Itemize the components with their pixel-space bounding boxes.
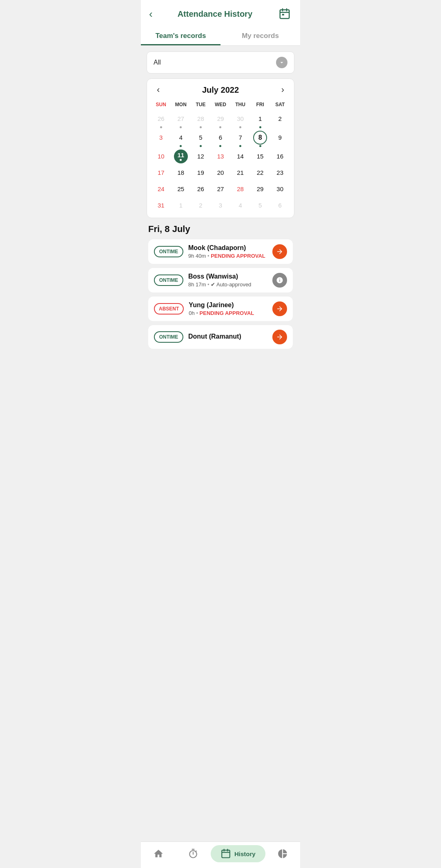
record-badge: ONTIME — [154, 274, 183, 286]
record-detail: 8h 17m • ✔ Auto-approved — [188, 281, 267, 288]
record-item[interactable]: ABSENTYung (Jarinee)0h • PENDING APPROVA… — [148, 297, 293, 321]
record-detail: 0h • PENDING APPROVAL — [189, 310, 267, 316]
tab-my-records[interactable]: My records — [220, 26, 300, 45]
day-header-sun: SUN — [151, 100, 171, 111]
calendar-cell[interactable]: 3 — [151, 129, 171, 148]
calendar-cell[interactable]: 8 — [250, 129, 270, 148]
day-header-mon: MON — [171, 100, 191, 111]
calendar-cell[interactable]: 31 — [151, 197, 171, 214]
filter-dropdown[interactable]: All — [147, 51, 294, 74]
day-header-wed: WED — [211, 100, 231, 111]
calendar-header-icon[interactable] — [277, 7, 292, 21]
calendar-cell[interactable]: 6 — [211, 129, 231, 148]
calendar-cell[interactable]: 12 — [191, 148, 211, 165]
calendar-cell[interactable]: 1 — [250, 111, 270, 129]
calendar-cell[interactable]: 22 — [250, 165, 270, 181]
dropdown-arrow-icon[interactable] — [276, 57, 287, 68]
calendar-cell[interactable]: 13 — [211, 148, 231, 165]
record-badge: ONTIME — [154, 331, 183, 343]
record-action-button[interactable] — [272, 301, 287, 316]
selected-date-label: Fri, 8 July — [148, 224, 293, 234]
record-action-button[interactable] — [272, 330, 287, 344]
day-header-tue: TUE — [191, 100, 211, 111]
day-header-sat: SAT — [270, 100, 290, 111]
calendar-cell[interactable]: 26 — [151, 111, 171, 129]
calendar: ‹ July 2022 › SUN MON TUE WED THU FRI SA… — [147, 78, 294, 218]
record-name: Mook (Chadaporn) — [188, 244, 267, 252]
calendar-cell[interactable]: 5 — [191, 129, 211, 148]
calendar-cell[interactable]: 26 — [191, 181, 211, 197]
calendar-month-year: July 2022 — [202, 85, 239, 95]
calendar-header: ‹ July 2022 › — [151, 85, 290, 95]
calendar-cell[interactable]: 14 — [230, 148, 250, 165]
calendar-cell[interactable]: 11 — [171, 148, 191, 165]
back-button[interactable]: ‹ — [149, 9, 153, 19]
calendar-prev-button[interactable]: ‹ — [154, 85, 163, 95]
calendar-day-headers: SUN MON TUE WED THU FRI SAT — [151, 100, 290, 111]
calendar-cell[interactable]: 25 — [171, 181, 191, 197]
calendar-cell[interactable]: 5 — [250, 197, 270, 214]
calendar-cell[interactable]: 30 — [230, 111, 250, 129]
calendar-cell[interactable]: 16 — [270, 148, 290, 165]
tabs: Team's records My records — [141, 26, 300, 46]
record-item[interactable]: ONTIMEBoss (Wanwisa)8h 17m • ✔ Auto-appr… — [148, 268, 293, 292]
calendar-cell[interactable]: 7 — [230, 129, 250, 148]
calendar-cell[interactable]: 2 — [191, 197, 211, 214]
calendar-cell[interactable]: 15 — [250, 148, 270, 165]
calendar-cell[interactable]: 29 — [211, 111, 231, 129]
calendar-cell[interactable]: 30 — [270, 181, 290, 197]
day-header-fri: FRI — [250, 100, 270, 111]
calendar-cell[interactable]: 24 — [151, 181, 171, 197]
content-area: All ‹ July 2022 › SUN MON TUE WED THU FR — [141, 46, 300, 349]
calendar-cell[interactable]: 18 — [171, 165, 191, 181]
record-info: Boss (Wanwisa)8h 17m • ✔ Auto-approved — [188, 273, 267, 288]
record-badge: ABSENT — [154, 303, 184, 315]
calendar-cell[interactable]: 9 — [270, 129, 290, 148]
record-name: Boss (Wanwisa) — [188, 273, 267, 280]
record-item-partial[interactable]: ONTIMEDonut (Ramanut) — [148, 325, 293, 349]
calendar-cell[interactable]: 4 — [230, 197, 250, 214]
calendar-cell[interactable]: 20 — [211, 165, 231, 181]
record-action-button[interactable] — [272, 244, 287, 259]
records-section: Fri, 8 July ONTIMEMook (Chadaporn)9h 40m… — [147, 224, 294, 349]
record-name: Donut (Ramanut) — [188, 333, 267, 340]
calendar-cell[interactable]: 27 — [171, 111, 191, 129]
page-title: Attendance History — [153, 9, 277, 19]
tab-teams-records[interactable]: Team's records — [141, 26, 220, 45]
header: ‹ Attendance History — [141, 0, 300, 26]
calendar-cell[interactable]: 19 — [191, 165, 211, 181]
record-info: Mook (Chadaporn)9h 40m • PENDING APPROVA… — [188, 244, 267, 259]
calendar-cell[interactable]: 3 — [211, 197, 231, 214]
calendar-next-button[interactable]: › — [278, 85, 287, 95]
calendar-cell[interactable]: 6 — [270, 197, 290, 214]
calendar-cell[interactable]: 17 — [151, 165, 171, 181]
record-info: Yung (Jarinee)0h • PENDING APPROVAL — [189, 301, 267, 316]
svg-rect-4 — [282, 14, 284, 16]
calendar-grid: 2627282930123456789101112131415161718192… — [151, 111, 290, 214]
calendar-cell[interactable]: 28 — [230, 181, 250, 197]
day-header-thu: THU — [230, 100, 250, 111]
calendar-cell[interactable]: 23 — [270, 165, 290, 181]
record-name: Yung (Jarinee) — [189, 301, 267, 309]
calendar-cell[interactable]: 2 — [270, 111, 290, 129]
record-detail: 9h 40m • PENDING APPROVAL — [188, 253, 267, 259]
calendar-cell[interactable]: 1 — [171, 197, 191, 214]
record-item[interactable]: ONTIMEMook (Chadaporn)9h 40m • PENDING A… — [148, 239, 293, 264]
calendar-cell[interactable]: 27 — [211, 181, 231, 197]
calendar-cell[interactable]: 29 — [250, 181, 270, 197]
calendar-cell[interactable]: 21 — [230, 165, 250, 181]
svg-rect-0 — [280, 10, 290, 18]
calendar-cell[interactable]: 28 — [191, 111, 211, 129]
record-action-button[interactable] — [272, 273, 287, 288]
dropdown-value: All — [154, 59, 161, 66]
record-badge: ONTIME — [154, 246, 183, 257]
calendar-cell[interactable]: 10 — [151, 148, 171, 165]
calendar-cell[interactable]: 4 — [171, 129, 191, 148]
